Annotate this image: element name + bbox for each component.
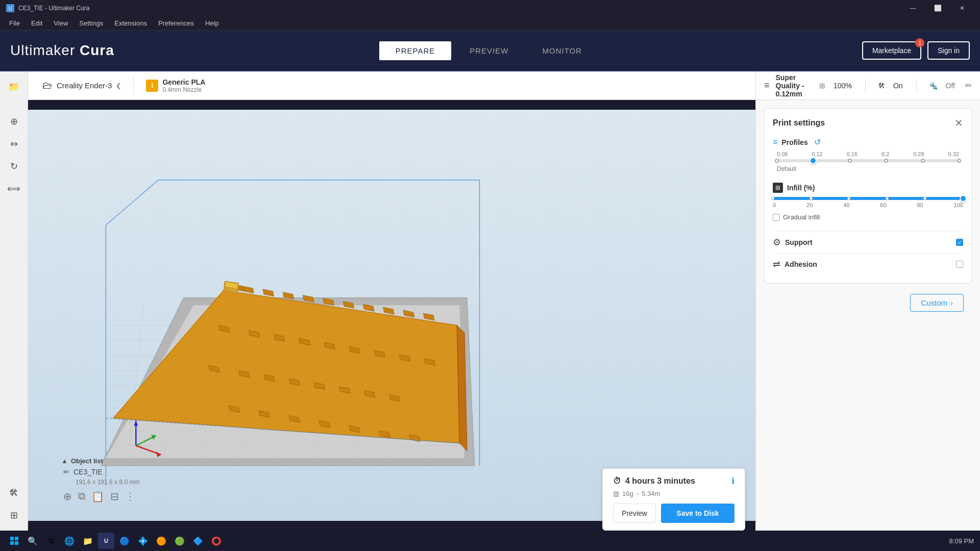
other-app-2[interactable]: 💠 <box>135 533 151 549</box>
profile-tick-1 <box>775 159 779 163</box>
adhesion-icon-bar: 🔩 <box>929 82 938 90</box>
menu-extensions[interactable]: Extensions <box>109 17 152 29</box>
tool-open[interactable]: 📁 <box>4 77 24 97</box>
quality-icon: ≡ <box>764 80 770 91</box>
close-button[interactable]: ✕ <box>950 0 974 16</box>
cura-taskbar[interactable]: U <box>98 533 114 549</box>
maximize-button[interactable]: ⬜ <box>926 0 949 16</box>
tab-prepare[interactable]: PREPARE <box>378 40 453 61</box>
menu-settings[interactable]: Settings <box>74 17 108 29</box>
duplicate-icon[interactable]: ⊕ <box>63 490 72 503</box>
system-clock: 8:09 PM <box>949 537 974 545</box>
explorer-icon[interactable]: 📁 <box>80 533 96 549</box>
tool-mirror[interactable]: ⟺ <box>4 179 24 199</box>
tool-move[interactable]: ⊕ <box>4 111 24 132</box>
infill-slider[interactable] <box>773 197 963 200</box>
title-bar: U CE3_TIE - Ultimaker Cura — ⬜ ✕ <box>0 0 980 16</box>
profile-current-label: Default <box>777 165 963 172</box>
other-app-1[interactable]: 🔵 <box>116 533 133 549</box>
adhesion-label-area: ⇌ Adhesion <box>773 259 817 270</box>
tab-monitor[interactable]: MONITOR <box>526 41 598 60</box>
settings-title: Print settings <box>773 118 825 128</box>
tab-preview[interactable]: PREVIEW <box>453 41 525 60</box>
infill-tick-0 <box>771 197 775 201</box>
support-icon-bar: 🛠 <box>878 82 885 90</box>
edge-icon[interactable]: 🌐 <box>61 533 78 549</box>
other-app-5[interactable]: 🔷 <box>190 533 206 549</box>
device-selector[interactable]: 🗁 Creality Ender-3 ❮ <box>36 76 127 95</box>
custom-btn-container: Custom › <box>764 290 972 316</box>
infill-label: Infill (%) <box>787 184 815 192</box>
profile-thumb[interactable] <box>810 157 817 164</box>
search-taskbar[interactable]: 🔍 <box>24 533 41 549</box>
viewport[interactable]: ▲ Object list ✏ CE3_TIE 191.6 x 191.6 x … <box>28 100 755 531</box>
adhesion-state: Off <box>946 82 955 90</box>
copy-icon[interactable]: ⧉ <box>78 490 85 503</box>
info-icon[interactable]: ℹ <box>731 476 734 486</box>
tool-support[interactable]: 🛠 <box>4 483 24 503</box>
infill-thumb[interactable] <box>960 195 967 202</box>
tool-rotate[interactable]: ↻ <box>4 156 24 177</box>
infill-setting: ⊞ Infill (%) <box>773 183 963 221</box>
material-selector[interactable]: 1 Generic PLA 0.4mm Nozzle <box>140 74 211 97</box>
profile-val-3: 0.16 <box>847 151 857 157</box>
menu-view[interactable]: View <box>48 17 73 29</box>
device-name: Creality Ender-3 <box>57 81 112 90</box>
support-label: Support <box>785 238 813 246</box>
time-value: 4 hours 3 minutes <box>625 477 695 486</box>
nozzle-label: 0.4mm Nozzle <box>162 86 205 93</box>
estimate-panel: ⏱ 4 hours 3 minutes ℹ ▥ 16g - 5.34m Prev… <box>602 468 745 531</box>
clock-icon: ⏱ <box>613 477 621 486</box>
preview-button[interactable]: Preview <box>613 504 656 523</box>
header: Ultimaker Cura PREPARE PREVIEW MONITOR M… <box>0 31 980 71</box>
profile-val-4: 0.2 <box>881 151 889 157</box>
support-checkbox[interactable]: ✓ <box>956 239 963 246</box>
adhesion-checkbox[interactable] <box>956 261 963 268</box>
profile-val-2: 0.12 <box>812 151 822 157</box>
support-label-area: ⚙ Support <box>773 237 813 248</box>
other-app-3[interactable]: 🟠 <box>153 533 169 549</box>
infill-lbl-80: 80 <box>917 202 923 208</box>
more-icon[interactable]: ⋮ <box>125 490 135 503</box>
profiles-slider[interactable] <box>777 159 959 162</box>
infill-tick-60 <box>885 197 889 201</box>
menu-preferences[interactable]: Preferences <box>153 17 199 29</box>
profiles-setting: ≡ Profiles ↺ 0.08 0.12 0.16 0.2 0.28 0.3… <box>773 137 963 172</box>
profiles-reset[interactable]: ↺ <box>814 137 821 147</box>
header-right: Marketplace 1 Sign in <box>862 41 970 60</box>
menu-help[interactable]: Help <box>200 17 224 29</box>
adhesion-setting: ⇌ Adhesion <box>773 253 963 275</box>
custom-button[interactable]: Custom › <box>910 294 964 312</box>
paste-icon[interactable]: 📋 <box>91 490 104 503</box>
print-settings-panel: Print settings ✕ ≡ Profiles ↺ 0.08 0.12 … <box>764 108 972 284</box>
notification-badge: 1 <box>915 38 924 47</box>
quality-bar[interactable]: ≡ Super Quality - 0.12mm ⊞ 100% 🛠 On 🔩 O… <box>756 71 980 100</box>
taskview-button[interactable]: ⧉ <box>43 533 59 549</box>
menu-edit[interactable]: Edit <box>26 17 47 29</box>
settings-close-button[interactable]: ✕ <box>954 117 963 129</box>
settings-edit-icon[interactable]: ✏ <box>965 81 972 90</box>
device-bar: 🗁 Creality Ender-3 ❮ 1 Generic PLA 0.4mm… <box>28 71 755 100</box>
gradual-infill-checkbox[interactable] <box>773 214 780 221</box>
profile-tick-2 <box>848 159 852 163</box>
tool-scale[interactable]: ⇔ <box>4 134 24 154</box>
delete-icon[interactable]: ⊟ <box>110 490 119 503</box>
support-state: On <box>893 82 903 90</box>
logo-regular: Ultimaker <box>10 42 80 58</box>
minimize-button[interactable]: — <box>901 0 925 16</box>
menu-file[interactable]: File <box>4 17 25 29</box>
material-length: 5.34m <box>642 490 660 497</box>
other-app-6[interactable]: ⭕ <box>208 533 225 549</box>
save-button[interactable]: Save to Disk <box>661 504 734 523</box>
marketplace-button[interactable]: Marketplace 1 <box>862 41 921 60</box>
profile-tick-3 <box>884 159 888 163</box>
start-button[interactable] <box>6 533 22 549</box>
print-settings-container: Print settings ✕ ≡ Profiles ↺ 0.08 0.12 … <box>756 100 980 531</box>
signin-button[interactable]: Sign in <box>927 41 970 60</box>
tool-permodel[interactable]: ⊞ <box>4 505 24 525</box>
infill-icon: ⊞ <box>773 183 783 193</box>
other-app-4[interactable]: 🟢 <box>172 533 188 549</box>
infill-lbl-40: 40 <box>843 202 849 208</box>
svg-rect-73 <box>15 537 18 540</box>
object-list-toggle[interactable]: ▲ Object list <box>61 457 139 465</box>
